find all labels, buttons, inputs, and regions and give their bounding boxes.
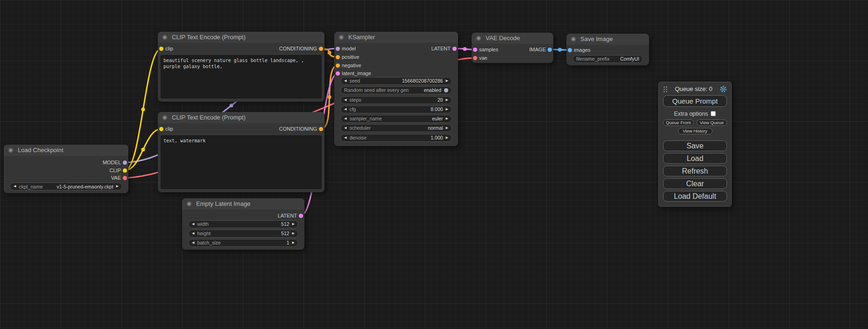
increment-arrow-icon[interactable]: ▶	[292, 241, 295, 245]
output-port-latent[interactable]	[452, 47, 457, 51]
output-port-vae[interactable]	[123, 176, 127, 180]
widget-filename-prefix[interactable]: filename_prefix ComfyUI	[572, 55, 643, 63]
output-port-clip[interactable]	[123, 168, 127, 173]
output-slot-conditioning: CONDITIONING	[279, 45, 325, 52]
load-button[interactable]: Load	[663, 153, 727, 164]
widget-cfg[interactable]: ◀ cfg 8.000 ▶	[340, 105, 452, 113]
queue-prompt-button[interactable]: Queue Prompt	[663, 95, 727, 107]
collapse-dot-icon[interactable]	[476, 36, 481, 41]
input-port-samples[interactable]	[473, 48, 477, 52]
decrement-arrow-icon[interactable]: ◀	[192, 223, 194, 226]
extra-options-row: Extra options	[663, 110, 727, 117]
output-port-image[interactable]	[548, 48, 552, 52]
widget-ckpt-name[interactable]: ◀ ckpt_name v1-5-pruned-emaonly.ckpt ▶	[10, 182, 122, 190]
output-port-conditioning[interactable]	[319, 47, 323, 51]
input-port-vae[interactable]	[473, 56, 477, 60]
decrement-arrow-icon[interactable]: ◀	[192, 232, 194, 235]
widget-height[interactable]: ◀ height 512 ▶	[188, 230, 298, 238]
input-port-clip[interactable]	[159, 127, 163, 131]
output-slot-clip: CLIP	[110, 167, 128, 174]
queue-size-label: Queue size: 0	[668, 85, 720, 92]
node-title-bar[interactable]: CLIP Text Encode (Prompt)	[158, 112, 325, 123]
view-history-row: View History	[663, 128, 727, 134]
node-vae-decode[interactable]: VAE Decode samples vae IMAGE	[472, 33, 553, 63]
increment-arrow-icon[interactable]: ▶	[446, 117, 448, 120]
queue-panel-header: Queue size: 0	[663, 84, 727, 93]
widget-seed[interactable]: ◀ seed 156680208700286 ▶	[340, 77, 452, 85]
decrement-arrow-icon[interactable]: ◀	[344, 136, 346, 140]
collapse-dot-icon[interactable]	[162, 115, 167, 120]
output-port-latent[interactable]	[299, 214, 303, 218]
decrement-arrow-icon[interactable]: ◀	[344, 98, 346, 102]
drag-handle-icon[interactable]	[663, 85, 668, 92]
node-ksampler[interactable]: KSampler model positive negative latent_…	[334, 32, 458, 146]
widget-sampler-name[interactable]: ◀ sampler_name euler ▶	[340, 115, 452, 123]
node-title: CLIP Text Encode (Prompt)	[172, 114, 246, 121]
load-default-button[interactable]: Load Default	[663, 191, 727, 202]
refresh-button[interactable]: Refresh	[663, 166, 727, 176]
input-slot-samples: samples	[472, 46, 498, 53]
node-title-bar[interactable]: VAE Decode	[472, 33, 553, 44]
input-slot-clip: clip	[158, 126, 173, 132]
input-port-model[interactable]	[336, 47, 340, 51]
view-queue-button[interactable]: View Queue	[697, 119, 727, 126]
collapse-dot-icon[interactable]	[571, 37, 576, 42]
collapse-dot-icon[interactable]	[162, 35, 167, 40]
decrement-arrow-icon[interactable]: ◀	[344, 126, 346, 130]
collapse-dot-icon[interactable]	[187, 202, 191, 206]
save-button[interactable]: Save	[663, 140, 727, 151]
node-clip-text-encode-positive[interactable]: CLIP Text Encode (Prompt) clip CONDITION…	[158, 32, 325, 102]
decrement-arrow-icon[interactable]: ◀	[14, 185, 16, 188]
output-port-model[interactable]	[123, 161, 127, 165]
widget-scheduler[interactable]: ◀ scheduler normal ▶	[340, 124, 452, 132]
increment-arrow-icon[interactable]: ▶	[116, 185, 119, 188]
input-port-clip[interactable]	[159, 47, 163, 51]
node-title-bar[interactable]: CLIP Text Encode (Prompt)	[158, 32, 325, 43]
input-port-negative[interactable]	[336, 63, 340, 68]
widget-label: seed	[349, 78, 360, 84]
graph-canvas[interactable]: Load Checkpoint MODEL CLIP VAE ◀ ckpt_na…	[0, 0, 868, 329]
decrement-arrow-icon[interactable]: ◀	[344, 79, 346, 83]
prompt-text-area[interactable]: beautiful scenery nature glass bottle la…	[161, 55, 322, 98]
clear-button[interactable]: Clear	[663, 178, 727, 189]
increment-arrow-icon[interactable]: ▶	[292, 223, 295, 226]
node-title-bar[interactable]: Empty Latent Image	[182, 198, 304, 210]
widget-width[interactable]: ◀ width 512 ▶	[188, 220, 298, 228]
widget-steps[interactable]: ◀ steps 20 ▶	[340, 96, 452, 104]
node-clip-text-encode-negative[interactable]: CLIP Text Encode (Prompt) clip CONDITION…	[158, 112, 325, 192]
view-history-button[interactable]: View History	[678, 128, 713, 134]
widget-denoise[interactable]: ◀ denoise 1.000 ▶	[340, 134, 452, 142]
increment-arrow-icon[interactable]: ▶	[446, 126, 448, 130]
queue-front-button[interactable]: Queue Front	[663, 119, 694, 126]
node-empty-latent-image[interactable]: Empty Latent Image LATENT ◀ width 512 ▶ …	[182, 198, 304, 250]
increment-arrow-icon[interactable]: ▶	[292, 232, 295, 235]
node-title-bar[interactable]: Save Image	[566, 34, 649, 45]
input-slot-positive: positive	[334, 54, 359, 60]
widget-label: scheduler	[349, 125, 371, 131]
decrement-arrow-icon[interactable]: ◀	[344, 117, 346, 120]
increment-arrow-icon[interactable]: ▶	[446, 108, 448, 111]
increment-arrow-icon[interactable]: ▶	[446, 79, 448, 83]
prompt-text-area[interactable]: text, watermark	[161, 135, 322, 189]
node-load-checkpoint[interactable]: Load Checkpoint MODEL CLIP VAE ◀ ckpt_na…	[4, 145, 128, 193]
collapse-dot-icon[interactable]	[339, 35, 344, 40]
input-port-latent-image[interactable]	[336, 71, 340, 76]
node-title-bar[interactable]: KSampler	[334, 32, 458, 43]
input-port-positive[interactable]	[336, 55, 340, 59]
node-save-image[interactable]: Save Image images filename_prefix ComfyU…	[566, 34, 649, 65]
decrement-arrow-icon[interactable]: ◀	[192, 241, 194, 245]
output-port-conditioning[interactable]	[319, 127, 323, 131]
collapse-dot-icon[interactable]	[8, 148, 13, 153]
extra-options-checkbox[interactable]	[711, 111, 716, 116]
node-title-bar[interactable]: Load Checkpoint	[4, 145, 128, 156]
widget-batch-size[interactable]: ◀ batch_size 1 ▶	[188, 239, 298, 247]
extra-options-label: Extra options	[674, 111, 708, 117]
widget-value: 156680208700286	[402, 78, 443, 84]
toggle-dot-icon[interactable]	[444, 88, 448, 92]
increment-arrow-icon[interactable]: ▶	[446, 98, 448, 102]
settings-gear-icon[interactable]	[720, 85, 727, 93]
increment-arrow-icon[interactable]: ▶	[446, 136, 448, 140]
decrement-arrow-icon[interactable]: ◀	[344, 108, 346, 111]
widget-random-seed-toggle[interactable]: Random seed after every gen enabled	[340, 86, 452, 94]
input-port-images[interactable]	[568, 48, 572, 52]
